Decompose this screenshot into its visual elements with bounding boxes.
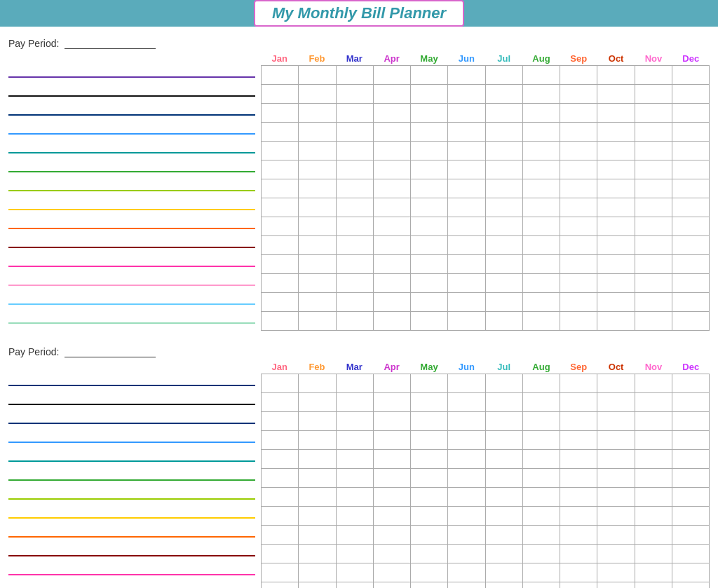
section-2: Pay Period: [8,346,710,588]
month-jun-2: Jun [448,362,485,374]
table-row[interactable] [262,293,710,312]
table-row[interactable] [262,104,710,123]
table-row[interactable] [262,374,710,393]
month-jun: Jun [448,53,485,65]
list-item [8,508,255,527]
list-item [8,105,255,124]
planner-area-1: Jan Feb Mar Apr May Jun Jul Aug Sep Oct … [8,53,710,332]
title-box: My Monthly Bill Planner [254,0,464,27]
list-item [8,67,255,86]
list-item [8,565,255,584]
table-row[interactable] [262,198,710,217]
table-row[interactable] [262,393,710,412]
month-oct: Oct [597,53,635,65]
table-row[interactable] [262,142,710,160]
list-item [8,181,255,200]
month-sep: Sep [560,53,597,65]
table-row[interactable] [262,66,710,85]
list-item [8,395,255,413]
list-item [8,275,255,294]
list-item [8,143,255,162]
month-may: May [410,53,447,65]
list-item [8,451,255,470]
month-header-row-2: Jan Feb Mar Apr May Jun Jul Aug Sep Oct … [261,362,710,374]
list-item [8,200,255,219]
table-row[interactable] [262,312,710,331]
table-row[interactable] [262,274,710,293]
list-item [8,527,255,546]
month-mar-2: Mar [336,362,373,374]
month-may-2: May [410,362,447,374]
list-item [8,86,255,105]
month-mar: Mar [336,53,373,65]
month-feb-2: Feb [298,362,335,374]
table-row[interactable] [262,217,710,236]
pay-period-line-1[interactable] [65,48,156,49]
month-header-row-1: Jan Feb Mar Apr May Jun Jul Aug Sep Oct … [261,53,710,65]
main-content: Pay Period: [0,27,718,588]
table-row[interactable] [262,582,710,589]
list-item [8,432,255,451]
table-row[interactable] [262,507,710,526]
month-apr: Apr [373,53,410,65]
page-title: My Monthly Bill Planner [272,4,446,22]
table-row[interactable] [262,85,710,104]
list-item [8,489,255,508]
pay-period-line-2[interactable] [65,357,156,357]
month-jul: Jul [485,53,522,65]
table-row[interactable] [262,431,710,450]
month-dec: Dec [672,53,710,65]
list-item [8,413,255,432]
table-row[interactable] [262,488,710,507]
grid-area-1: Jan Feb Mar Apr May Jun Jul Aug Sep Oct … [261,53,710,331]
pay-period-label-2: Pay Period: [8,346,710,357]
table-row[interactable] [262,255,710,274]
table-row[interactable] [262,450,710,469]
month-feb: Feb [298,53,335,65]
pay-period-label-1: Pay Period: [8,38,710,49]
lines-column-1 [8,53,261,332]
month-nov-2: Nov [635,362,672,374]
list-item [8,294,255,313]
month-sep-2: Sep [560,362,597,374]
month-dec-2: Dec [672,362,710,374]
list-item [8,470,255,489]
lines-column-2 [8,362,261,588]
table-row[interactable] [262,469,710,488]
month-oct-2: Oct [597,362,635,374]
month-jan: Jan [261,53,298,65]
table-row[interactable] [262,563,710,582]
month-aug-2: Aug [522,362,560,374]
table-row[interactable] [262,545,710,563]
planner-area-2: Jan Feb Mar Apr May Jun Jul Aug Sep Oct … [8,362,710,588]
table-row[interactable] [262,123,710,142]
table-row[interactable] [262,179,710,198]
month-jul-2: Jul [485,362,522,374]
list-item [8,584,255,588]
list-item [8,376,255,395]
top-banner: My Monthly Bill Planner [0,0,718,27]
month-nov: Nov [635,53,672,65]
section-1: Pay Period: [8,38,710,332]
list-item [8,546,255,565]
month-aug: Aug [522,53,560,65]
list-item [8,219,255,238]
grid-area-2: Jan Feb Mar Apr May Jun Jul Aug Sep Oct … [261,362,710,588]
list-item [8,238,255,257]
bill-grid-2 [261,374,710,588]
list-item [8,124,255,143]
month-jan-2: Jan [261,362,298,374]
table-row[interactable] [262,160,710,179]
month-apr-2: Apr [373,362,410,374]
list-item [8,162,255,181]
bill-grid-1 [261,65,710,331]
list-item [8,257,255,275]
list-item [8,313,255,332]
table-row[interactable] [262,412,710,431]
table-row[interactable] [262,236,710,255]
table-row[interactable] [262,526,710,545]
